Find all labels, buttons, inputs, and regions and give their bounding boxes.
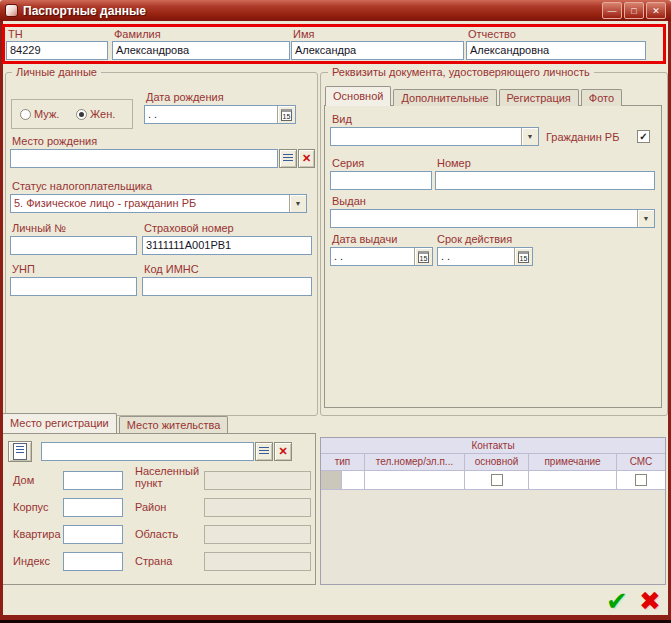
patronymic-field[interactable]: Александровна xyxy=(466,41,646,60)
issue-date-calendar-button[interactable]: 15 xyxy=(414,248,432,265)
country-label: Страна xyxy=(135,555,172,567)
settlement-field[interactable] xyxy=(204,471,311,490)
chevron-down-icon[interactable]: ▼ xyxy=(521,128,538,145)
imns-code-field[interactable] xyxy=(142,277,312,296)
citizen-rb-label: Гражданин РБ xyxy=(546,131,619,143)
issued-by-value xyxy=(331,210,637,227)
building-label: Корпус xyxy=(13,501,48,513)
number-field[interactable] xyxy=(435,171,655,190)
tab-registracija[interactable]: Регистрация xyxy=(499,89,579,106)
gender-male-radio[interactable] xyxy=(20,109,31,120)
tab-mesto-registracii[interactable]: Место регистрации xyxy=(2,413,117,433)
tab-foto[interactable]: Фото xyxy=(581,89,622,106)
surname-field[interactable]: Александрова xyxy=(112,41,290,60)
contacts-col-type[interactable]: тип xyxy=(321,454,365,470)
building-field[interactable] xyxy=(63,498,123,517)
unp-field[interactable] xyxy=(10,277,137,296)
personal-no-field[interactable] xyxy=(10,236,137,255)
contacts-col-phone[interactable]: тел.номер/эл.п... xyxy=(365,454,465,470)
row-selector[interactable] xyxy=(321,471,342,489)
tn-label: ТН xyxy=(8,28,23,40)
birth-date-label: Дата рождения xyxy=(146,91,224,103)
doc-kind-label: Вид xyxy=(332,113,352,125)
issued-by-select[interactable]: ▼ xyxy=(330,209,655,228)
contacts-title: Контакты xyxy=(321,438,665,454)
lookup-list-icon xyxy=(283,154,293,163)
birth-date-calendar-button[interactable]: 15 xyxy=(277,106,295,123)
close-button[interactable]: ✕ xyxy=(646,2,666,19)
tab-mesto-zhitelstva[interactable]: Место жительства xyxy=(119,416,229,433)
card-lines-icon xyxy=(16,446,24,455)
chevron-down-icon[interactable]: ▼ xyxy=(637,210,654,227)
cancel-button[interactable]: ✖ xyxy=(634,586,666,615)
calendar-icon: 15 xyxy=(518,251,529,263)
validity-calendar-button[interactable]: 15 xyxy=(514,248,532,265)
address-card-button[interactable] xyxy=(8,441,32,462)
postcode-field[interactable] xyxy=(63,552,123,571)
series-field[interactable] xyxy=(330,171,432,190)
calendar-icon: 15 xyxy=(281,109,292,121)
insurance-no-field[interactable]: 3111111A001PB1 xyxy=(142,236,312,255)
address-panel: ✕ Дом Населенный пункт Корпус Район Квар… xyxy=(2,433,316,585)
district-label: Район xyxy=(135,501,166,513)
sms-checkbox[interactable] xyxy=(635,474,647,486)
contacts-col-primary[interactable]: основной xyxy=(465,454,529,470)
contacts-cell-sms[interactable] xyxy=(617,471,665,489)
birth-place-field[interactable] xyxy=(10,149,278,168)
tax-status-value: 5. Физическое лицо - гражданин РБ xyxy=(11,195,289,212)
chevron-down-icon[interactable]: ▼ xyxy=(289,195,306,212)
tn-field[interactable]: 84229 xyxy=(6,41,108,60)
doc-kind-value xyxy=(331,128,521,145)
contacts-col-sms[interactable]: СМС xyxy=(617,454,665,470)
number-label: Номер xyxy=(437,157,471,169)
window-frame-bottom xyxy=(0,615,671,623)
birth-date-field[interactable]: . . 15 xyxy=(144,105,296,124)
gender-male-label: Муж. xyxy=(34,108,59,120)
lookup-list-icon xyxy=(259,447,269,456)
settlement-label: Населенный пункт xyxy=(135,465,201,489)
series-label: Серия xyxy=(332,157,364,169)
house-field[interactable] xyxy=(63,471,123,490)
maximize-button[interactable]: □ xyxy=(624,2,644,19)
tab-dopolnitelnye[interactable]: Дополнительные xyxy=(393,89,496,106)
birth-place-lookup-button[interactable] xyxy=(279,149,297,168)
address-lookup-field[interactable] xyxy=(41,442,254,461)
region-field[interactable] xyxy=(204,525,311,544)
doc-kind-select[interactable]: ▼ xyxy=(330,127,539,146)
address-clear-button[interactable]: ✕ xyxy=(274,442,292,461)
tab-osnovnoy[interactable]: Основной xyxy=(325,86,391,106)
postcode-label: Индекс xyxy=(13,555,50,567)
citizen-rb-checkbox[interactable]: ✓ xyxy=(637,130,650,143)
district-field[interactable] xyxy=(204,498,311,517)
surname-label: Фамилия xyxy=(114,28,161,40)
address-lookup-button[interactable] xyxy=(255,442,273,461)
issue-date-field[interactable]: . . 15 xyxy=(330,247,433,266)
issue-date-value[interactable]: . . xyxy=(331,248,414,265)
contacts-cell-note[interactable] xyxy=(529,471,617,489)
gender-female-radio[interactable] xyxy=(76,109,87,120)
validity-date-value[interactable]: . . xyxy=(438,248,514,265)
title-bar[interactable]: Паспортные данные — □ ✕ xyxy=(0,0,671,21)
calendar-icon: 15 xyxy=(418,251,429,263)
birth-place-clear-button[interactable]: ✕ xyxy=(298,149,315,168)
tax-status-select[interactable]: 5. Физическое лицо - гражданин РБ ▼ xyxy=(10,194,307,213)
firstname-label: Имя xyxy=(293,28,314,40)
firstname-field[interactable]: Александра xyxy=(291,41,464,60)
contacts-data-row[interactable] xyxy=(321,471,665,490)
contacts-cell-primary[interactable] xyxy=(465,471,529,489)
unp-label: УНП xyxy=(12,263,35,275)
house-label: Дом xyxy=(13,474,34,486)
contacts-cell-phone[interactable] xyxy=(365,471,465,489)
birth-date-value[interactable]: . . xyxy=(145,106,277,123)
address-card-icon xyxy=(13,443,27,460)
country-field[interactable] xyxy=(204,552,311,571)
primary-checkbox[interactable] xyxy=(491,474,503,486)
contacts-cell-type[interactable] xyxy=(321,471,365,489)
apartment-label: Квартира xyxy=(13,528,61,540)
minimize-button[interactable]: — xyxy=(602,2,622,19)
tax-status-label: Статус налогоплательщика xyxy=(12,180,152,192)
contacts-col-note[interactable]: примечание xyxy=(529,454,617,470)
ok-button[interactable]: ✔ xyxy=(601,586,633,615)
apartment-field[interactable] xyxy=(63,525,123,544)
validity-date-field[interactable]: . . 15 xyxy=(437,247,533,266)
